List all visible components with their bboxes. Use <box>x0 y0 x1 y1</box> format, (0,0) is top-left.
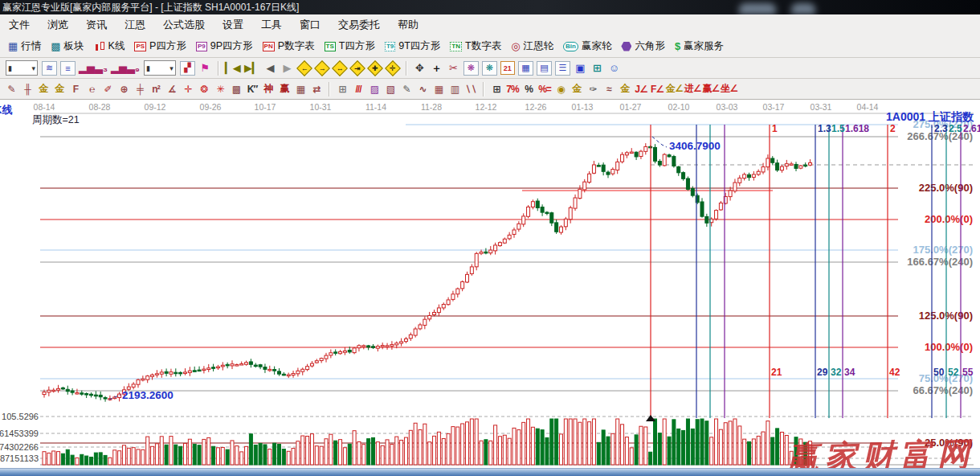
menu-window[interactable]: 窗口 <box>291 18 329 32</box>
gold-circle-button[interactable]: ◉ <box>553 82 568 96</box>
zoom-all-button[interactable]: ✛ <box>385 60 401 76</box>
pattern-box-button[interactable]: ▧ <box>383 82 398 96</box>
zuo-angle-button[interactable]: 坐∠ <box>721 82 737 96</box>
ying-tool-button[interactable]: 赢 <box>277 82 292 96</box>
angle-tool-button[interactable]: ∡ <box>165 82 179 96</box>
marker-pen-button[interactable]: ✐ <box>100 82 115 96</box>
gann-tools-teal-button[interactable]: ❋ <box>482 61 497 76</box>
k-notation-button[interactable]: K″ <box>245 82 259 96</box>
double-wave-button[interactable]: ≈ <box>602 82 616 96</box>
gold-angle-button[interactable]: 金∠ <box>666 82 683 96</box>
winner-wheel-button[interactable]: Bin赢家轮 <box>561 39 614 54</box>
first-bar-button[interactable]: ▎◀ <box>225 61 241 75</box>
percent-button[interactable]: % <box>521 82 536 96</box>
menu-settings[interactable]: 设置 <box>214 18 252 32</box>
compress-button[interactable]: ⇥ <box>349 60 365 76</box>
jin-angle-button[interactable]: 进∠ <box>684 82 701 96</box>
9t-square-button[interactable]: T99T四方形 <box>382 39 443 54</box>
menu-browse[interactable]: 浏览 <box>39 18 77 32</box>
trendline-pen-button[interactable]: ✎ <box>399 82 414 96</box>
menu-gann[interactable]: 江恩 <box>116 18 154 32</box>
left-tab-kline[interactable]: K线 <box>0 103 12 117</box>
menu-file[interactable]: 文件 <box>0 18 39 32</box>
info-note-icon[interactable]: ≡ <box>60 61 76 76</box>
calculator-button[interactable]: ▦ <box>518 61 533 76</box>
fan-rays-button[interactable]: /// <box>351 82 365 96</box>
ratio-table-button[interactable]: ⊞ <box>489 82 504 96</box>
square-of-nine-button[interactable]: n² <box>149 82 163 96</box>
user-online-button[interactable]: ☺ <box>607 61 621 75</box>
gann-tools-purple-button[interactable]: ❋ <box>463 61 479 76</box>
grid-red-button[interactable]: ▦ <box>431 82 446 96</box>
bars-9-icon[interactable]: ▂▅▃₉ <box>111 61 140 75</box>
expand-button[interactable]: ↔ <box>332 60 348 76</box>
delete-line-button[interactable]: ✂ <box>447 61 460 75</box>
hatch-lines-button[interactable]: ∖∖ <box>463 82 478 96</box>
menu-trade-entrust[interactable]: 交易委托 <box>329 18 389 32</box>
bottom-scroll-strip[interactable] <box>0 468 980 476</box>
gold-tool-button[interactable]: 金 <box>618 82 632 96</box>
percent-7-button[interactable]: 7% <box>505 82 520 96</box>
shift-right-button[interactable]: → <box>314 60 330 76</box>
j-angle-button[interactable]: J∠ <box>634 82 648 96</box>
span-measure-button[interactable]: ⇄ <box>309 82 324 96</box>
gold-ratio-1-button[interactable]: 金 <box>36 82 51 96</box>
winner-service-button[interactable]: $赢家服务 <box>672 39 726 54</box>
color-flag-icon[interactable]: ⚑ <box>198 61 212 75</box>
gold-bar-button[interactable]: 金 <box>570 82 584 96</box>
next-bar-button[interactable]: ▶ <box>280 61 294 75</box>
grid-dense-button[interactable]: ╪ <box>133 82 147 96</box>
trend-wave-icon[interactable]: ≋ <box>42 61 57 76</box>
shen-tool-button[interactable]: 神 <box>261 82 276 96</box>
calendar-button[interactable]: 21 <box>500 61 515 75</box>
f-angle-button[interactable]: F∠ <box>650 82 664 96</box>
shaded-box-button[interactable]: ▨ <box>367 82 382 96</box>
fibonacci-f-button[interactable]: F <box>68 82 83 96</box>
9p-square-button[interactable]: P99P四方形 <box>194 39 255 54</box>
zoom-in-button[interactable]: ✚ <box>367 60 383 76</box>
percent-line-button[interactable]: %= <box>537 82 552 96</box>
prev-bar-button[interactable]: ◀ <box>263 61 277 75</box>
brush-button[interactable]: ✑ <box>586 82 600 96</box>
shift-left-button[interactable]: ← <box>296 60 312 76</box>
last-bar-button[interactable]: ▶▎ <box>244 61 260 75</box>
gann-fan-circle-button[interactable]: ❂ <box>197 82 211 96</box>
p-number-table-button[interactable]: PNP数字表 <box>260 39 317 54</box>
save-button[interactable]: ▣ <box>574 61 587 75</box>
gold-ratio-2-button[interactable]: 金 <box>52 82 67 96</box>
gann-grid-h-button[interactable]: ╫ <box>20 82 35 96</box>
price-grid-button[interactable]: ▦ <box>293 82 308 96</box>
capture-button[interactable]: ⊞ <box>590 61 604 75</box>
sectors-button[interactable]: ▩板块 <box>48 39 86 54</box>
menu-tools[interactable]: 工具 <box>252 18 291 32</box>
crosshair-target-button[interactable]: ✛ <box>181 82 195 96</box>
pan-hand-button[interactable]: ✥ <box>413 61 427 75</box>
t-square-button[interactable]: TST四方形 <box>322 39 378 54</box>
candle-style-selector[interactable]: ▮▾ <box>144 60 176 76</box>
menu-news[interactable]: 资讯 <box>77 18 116 32</box>
t-number-table-button[interactable]: TNT数字表 <box>447 39 504 54</box>
draw-pen-button[interactable]: ✎ <box>4 82 18 96</box>
cycle-tool-button[interactable]: ℮ <box>84 82 99 96</box>
menu-help[interactable]: 帮助 <box>389 18 427 32</box>
bars-3-icon[interactable]: ▂▅▃₃ <box>79 61 108 75</box>
menu-formula-stock-pick[interactable]: 公式选股 <box>154 18 214 32</box>
period-selector[interactable]: ▮▾ <box>6 60 38 76</box>
market-quotes-button[interactable]: ▦行情 <box>6 39 43 54</box>
wave-line-button[interactable]: ∿ <box>415 82 430 96</box>
gann-wheel-button[interactable]: ◎江恩轮 <box>508 39 556 54</box>
notes-button[interactable]: ☰ <box>555 61 570 76</box>
web-box-button[interactable]: ▩ <box>229 82 243 96</box>
grid-dark-button[interactable]: ▥ <box>447 82 462 96</box>
quote-list-button[interactable]: ▤ <box>537 61 552 76</box>
p-square-button[interactable]: PSP四方形 <box>132 39 189 54</box>
kline-button[interactable]: K线 <box>92 39 128 54</box>
box-tool-button[interactable]: ⊞ <box>335 82 349 96</box>
crosshair-button[interactable]: ＋ <box>430 61 443 75</box>
hexagon-button[interactable]: 六角形 <box>619 39 668 54</box>
circle-cross-button[interactable]: ⊕ <box>116 82 131 96</box>
kline-chart-canvas[interactable]: 08-1408-2809-1209-2610-1710-3111-1411-28… <box>0 100 980 468</box>
ying-angle-button[interactable]: 赢∠ <box>703 82 720 96</box>
gann-box-icon[interactable]: ▞ <box>180 61 195 76</box>
spider-web-button[interactable]: ✳ <box>213 82 227 96</box>
